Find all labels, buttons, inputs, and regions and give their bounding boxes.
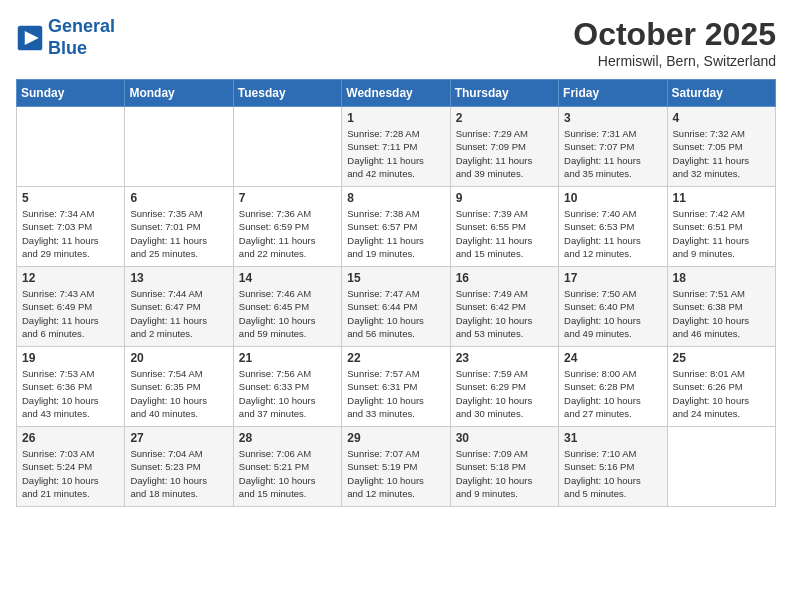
day-info: Sunrise: 7:50 AMSunset: 6:40 PMDaylight:… bbox=[564, 287, 661, 340]
day-cell: 20Sunrise: 7:54 AMSunset: 6:35 PMDayligh… bbox=[125, 347, 233, 427]
day-cell: 8Sunrise: 7:38 AMSunset: 6:57 PMDaylight… bbox=[342, 187, 450, 267]
day-number: 6 bbox=[130, 191, 227, 205]
day-cell: 2Sunrise: 7:29 AMSunset: 7:09 PMDaylight… bbox=[450, 107, 558, 187]
day-info: Sunrise: 7:47 AMSunset: 6:44 PMDaylight:… bbox=[347, 287, 444, 340]
day-info: Sunrise: 7:29 AMSunset: 7:09 PMDaylight:… bbox=[456, 127, 553, 180]
day-cell: 3Sunrise: 7:31 AMSunset: 7:07 PMDaylight… bbox=[559, 107, 667, 187]
day-number: 12 bbox=[22, 271, 119, 285]
day-info: Sunrise: 7:49 AMSunset: 6:42 PMDaylight:… bbox=[456, 287, 553, 340]
day-cell: 22Sunrise: 7:57 AMSunset: 6:31 PMDayligh… bbox=[342, 347, 450, 427]
day-cell: 24Sunrise: 8:00 AMSunset: 6:28 PMDayligh… bbox=[559, 347, 667, 427]
calendar-table: Sunday Monday Tuesday Wednesday Thursday… bbox=[16, 79, 776, 507]
day-info: Sunrise: 7:28 AMSunset: 7:11 PMDaylight:… bbox=[347, 127, 444, 180]
day-cell: 12Sunrise: 7:43 AMSunset: 6:49 PMDayligh… bbox=[17, 267, 125, 347]
day-number: 14 bbox=[239, 271, 336, 285]
day-cell bbox=[17, 107, 125, 187]
header-row: Sunday Monday Tuesday Wednesday Thursday… bbox=[17, 80, 776, 107]
day-cell: 18Sunrise: 7:51 AMSunset: 6:38 PMDayligh… bbox=[667, 267, 775, 347]
day-cell: 16Sunrise: 7:49 AMSunset: 6:42 PMDayligh… bbox=[450, 267, 558, 347]
day-number: 15 bbox=[347, 271, 444, 285]
day-info: Sunrise: 8:01 AMSunset: 6:26 PMDaylight:… bbox=[673, 367, 770, 420]
day-info: Sunrise: 7:31 AMSunset: 7:07 PMDaylight:… bbox=[564, 127, 661, 180]
day-info: Sunrise: 7:42 AMSunset: 6:51 PMDaylight:… bbox=[673, 207, 770, 260]
page-header: General Blue October 2025 Hermiswil, Ber… bbox=[16, 16, 776, 69]
col-tuesday: Tuesday bbox=[233, 80, 341, 107]
day-cell: 7Sunrise: 7:36 AMSunset: 6:59 PMDaylight… bbox=[233, 187, 341, 267]
day-number: 29 bbox=[347, 431, 444, 445]
day-cell: 30Sunrise: 7:09 AMSunset: 5:18 PMDayligh… bbox=[450, 427, 558, 507]
day-number: 1 bbox=[347, 111, 444, 125]
day-info: Sunrise: 7:04 AMSunset: 5:23 PMDaylight:… bbox=[130, 447, 227, 500]
day-cell: 25Sunrise: 8:01 AMSunset: 6:26 PMDayligh… bbox=[667, 347, 775, 427]
week-row-4: 19Sunrise: 7:53 AMSunset: 6:36 PMDayligh… bbox=[17, 347, 776, 427]
day-number: 21 bbox=[239, 351, 336, 365]
day-cell: 17Sunrise: 7:50 AMSunset: 6:40 PMDayligh… bbox=[559, 267, 667, 347]
day-cell bbox=[667, 427, 775, 507]
day-cell: 1Sunrise: 7:28 AMSunset: 7:11 PMDaylight… bbox=[342, 107, 450, 187]
day-info: Sunrise: 7:03 AMSunset: 5:24 PMDaylight:… bbox=[22, 447, 119, 500]
week-row-2: 5Sunrise: 7:34 AMSunset: 7:03 PMDaylight… bbox=[17, 187, 776, 267]
day-cell: 29Sunrise: 7:07 AMSunset: 5:19 PMDayligh… bbox=[342, 427, 450, 507]
day-cell: 21Sunrise: 7:56 AMSunset: 6:33 PMDayligh… bbox=[233, 347, 341, 427]
day-number: 16 bbox=[456, 271, 553, 285]
day-info: Sunrise: 7:40 AMSunset: 6:53 PMDaylight:… bbox=[564, 207, 661, 260]
day-cell: 15Sunrise: 7:47 AMSunset: 6:44 PMDayligh… bbox=[342, 267, 450, 347]
day-info: Sunrise: 7:07 AMSunset: 5:19 PMDaylight:… bbox=[347, 447, 444, 500]
col-friday: Friday bbox=[559, 80, 667, 107]
day-info: Sunrise: 7:46 AMSunset: 6:45 PMDaylight:… bbox=[239, 287, 336, 340]
day-info: Sunrise: 7:57 AMSunset: 6:31 PMDaylight:… bbox=[347, 367, 444, 420]
logo-icon bbox=[16, 24, 44, 52]
calendar-body: 1Sunrise: 7:28 AMSunset: 7:11 PMDaylight… bbox=[17, 107, 776, 507]
logo: General Blue bbox=[16, 16, 115, 59]
day-cell: 4Sunrise: 7:32 AMSunset: 7:05 PMDaylight… bbox=[667, 107, 775, 187]
col-monday: Monday bbox=[125, 80, 233, 107]
col-thursday: Thursday bbox=[450, 80, 558, 107]
day-info: Sunrise: 7:09 AMSunset: 5:18 PMDaylight:… bbox=[456, 447, 553, 500]
day-cell: 6Sunrise: 7:35 AMSunset: 7:01 PMDaylight… bbox=[125, 187, 233, 267]
day-cell: 10Sunrise: 7:40 AMSunset: 6:53 PMDayligh… bbox=[559, 187, 667, 267]
day-cell: 27Sunrise: 7:04 AMSunset: 5:23 PMDayligh… bbox=[125, 427, 233, 507]
day-number: 3 bbox=[564, 111, 661, 125]
day-number: 9 bbox=[456, 191, 553, 205]
day-number: 20 bbox=[130, 351, 227, 365]
day-number: 17 bbox=[564, 271, 661, 285]
day-info: Sunrise: 7:39 AMSunset: 6:55 PMDaylight:… bbox=[456, 207, 553, 260]
day-info: Sunrise: 7:32 AMSunset: 7:05 PMDaylight:… bbox=[673, 127, 770, 180]
day-info: Sunrise: 7:53 AMSunset: 6:36 PMDaylight:… bbox=[22, 367, 119, 420]
day-number: 24 bbox=[564, 351, 661, 365]
day-number: 10 bbox=[564, 191, 661, 205]
day-cell bbox=[125, 107, 233, 187]
day-number: 7 bbox=[239, 191, 336, 205]
day-info: Sunrise: 7:36 AMSunset: 6:59 PMDaylight:… bbox=[239, 207, 336, 260]
day-cell: 9Sunrise: 7:39 AMSunset: 6:55 PMDaylight… bbox=[450, 187, 558, 267]
day-number: 13 bbox=[130, 271, 227, 285]
day-info: Sunrise: 7:54 AMSunset: 6:35 PMDaylight:… bbox=[130, 367, 227, 420]
day-info: Sunrise: 7:34 AMSunset: 7:03 PMDaylight:… bbox=[22, 207, 119, 260]
day-info: Sunrise: 7:35 AMSunset: 7:01 PMDaylight:… bbox=[130, 207, 227, 260]
day-info: Sunrise: 7:38 AMSunset: 6:57 PMDaylight:… bbox=[347, 207, 444, 260]
day-number: 5 bbox=[22, 191, 119, 205]
day-number: 27 bbox=[130, 431, 227, 445]
week-row-1: 1Sunrise: 7:28 AMSunset: 7:11 PMDaylight… bbox=[17, 107, 776, 187]
day-number: 11 bbox=[673, 191, 770, 205]
logo-text: General Blue bbox=[48, 16, 115, 59]
week-row-5: 26Sunrise: 7:03 AMSunset: 5:24 PMDayligh… bbox=[17, 427, 776, 507]
day-number: 18 bbox=[673, 271, 770, 285]
col-wednesday: Wednesday bbox=[342, 80, 450, 107]
day-cell: 19Sunrise: 7:53 AMSunset: 6:36 PMDayligh… bbox=[17, 347, 125, 427]
calendar-header: Sunday Monday Tuesday Wednesday Thursday… bbox=[17, 80, 776, 107]
day-cell bbox=[233, 107, 341, 187]
day-info: Sunrise: 7:59 AMSunset: 6:29 PMDaylight:… bbox=[456, 367, 553, 420]
day-info: Sunrise: 7:43 AMSunset: 6:49 PMDaylight:… bbox=[22, 287, 119, 340]
location: Hermiswil, Bern, Switzerland bbox=[573, 53, 776, 69]
day-number: 26 bbox=[22, 431, 119, 445]
day-number: 23 bbox=[456, 351, 553, 365]
day-info: Sunrise: 7:56 AMSunset: 6:33 PMDaylight:… bbox=[239, 367, 336, 420]
day-number: 28 bbox=[239, 431, 336, 445]
day-cell: 31Sunrise: 7:10 AMSunset: 5:16 PMDayligh… bbox=[559, 427, 667, 507]
day-cell: 26Sunrise: 7:03 AMSunset: 5:24 PMDayligh… bbox=[17, 427, 125, 507]
month-title: October 2025 bbox=[573, 16, 776, 53]
day-cell: 14Sunrise: 7:46 AMSunset: 6:45 PMDayligh… bbox=[233, 267, 341, 347]
col-saturday: Saturday bbox=[667, 80, 775, 107]
day-info: Sunrise: 7:44 AMSunset: 6:47 PMDaylight:… bbox=[130, 287, 227, 340]
